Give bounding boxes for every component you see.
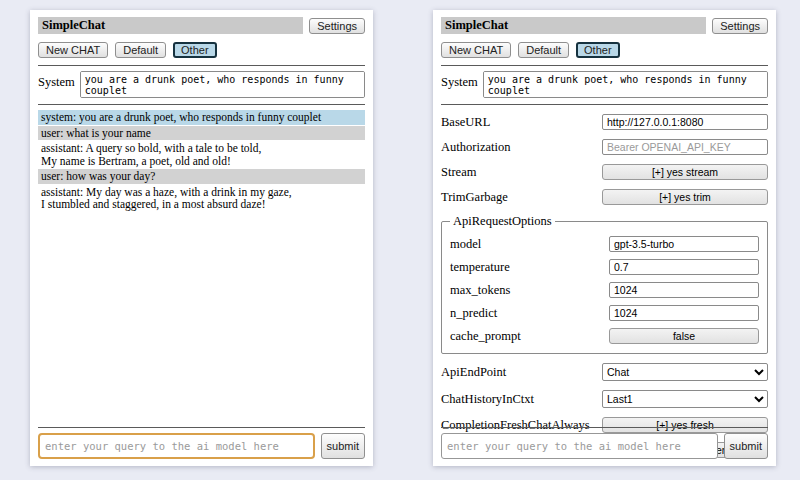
- setting-row-model: model: [450, 236, 759, 252]
- setting-row-max-tokens: max_tokens: [450, 282, 759, 298]
- submit-button[interactable]: submit: [321, 433, 365, 459]
- api-request-options-fieldset: ApiRequestOptions model temperature max_…: [441, 214, 768, 354]
- divider: [441, 65, 768, 66]
- chat-session-default-button[interactable]: Default: [115, 42, 166, 58]
- settings-button[interactable]: Settings: [712, 18, 768, 34]
- baseurl-input[interactable]: [602, 114, 768, 130]
- submit-button[interactable]: submit: [724, 433, 768, 459]
- chat-session-other-button[interactable]: Other: [173, 42, 217, 58]
- settings-button[interactable]: Settings: [309, 18, 365, 34]
- setting-row-baseurl: BaseURL: [441, 114, 768, 130]
- cache-prompt-toggle-button[interactable]: false: [609, 328, 759, 344]
- chat-message-assistant: assistant: My day was a haze, with a dri…: [38, 185, 365, 212]
- chat-session-buttons: New CHAT Default Other: [38, 42, 365, 58]
- query-row: submit: [441, 433, 768, 459]
- query-input[interactable]: [441, 433, 718, 459]
- app-title: SimpleChat: [441, 17, 706, 34]
- model-input[interactable]: [609, 236, 759, 252]
- max-tokens-input[interactable]: [609, 282, 759, 298]
- setting-row-cache-prompt: cache_prompt false: [450, 328, 759, 344]
- new-chat-button[interactable]: New CHAT: [38, 42, 108, 58]
- max-tokens-label: max_tokens: [450, 283, 510, 298]
- api-endpoint-select[interactable]: Chat: [602, 363, 768, 381]
- chat-message-user: user: how was your day?: [38, 169, 365, 184]
- system-prompt-input[interactable]: you are a drunk poet, who responds in fu…: [483, 71, 768, 98]
- divider: [38, 427, 365, 428]
- n-predict-input[interactable]: [609, 305, 759, 321]
- cache-prompt-label: cache_prompt: [450, 329, 521, 344]
- query-row: submit: [38, 433, 365, 459]
- trimgarbage-toggle-button[interactable]: [+] yes trim: [602, 189, 768, 205]
- chat-session-default-button[interactable]: Default: [518, 42, 569, 58]
- trimgarbage-label: TrimGarbage: [441, 190, 508, 205]
- chat-session-other-button[interactable]: Other: [576, 42, 620, 58]
- divider: [38, 104, 365, 105]
- setting-row-api-endpoint: ApiEndPoint Chat: [441, 363, 768, 381]
- settings-panel: SimpleChat Settings New CHAT Default Oth…: [433, 10, 776, 466]
- chat-message-user: user: what is your name: [38, 126, 365, 141]
- divider: [441, 427, 768, 428]
- api-request-options-legend: ApiRequestOptions: [450, 214, 555, 229]
- settings-list: BaseURL Authorization Stream [+] yes str…: [441, 114, 768, 458]
- query-area: submit: [38, 422, 365, 459]
- api-endpoint-label: ApiEndPoint: [441, 365, 506, 380]
- titlebar-row: SimpleChat Settings: [441, 17, 768, 34]
- setting-row-trimgarbage: TrimGarbage [+] yes trim: [441, 189, 768, 205]
- app-title: SimpleChat: [38, 17, 303, 34]
- titlebar-row: SimpleChat Settings: [38, 17, 365, 34]
- divider: [441, 104, 768, 105]
- system-label: System: [38, 71, 75, 90]
- baseurl-label: BaseURL: [441, 115, 490, 130]
- system-prompt-input[interactable]: you are a drunk poet, who responds in fu…: [80, 71, 365, 98]
- setting-row-stream: Stream [+] yes stream: [441, 164, 768, 180]
- chat-message-system: system: you are a drunk poet, who respon…: [38, 110, 365, 125]
- chat-message-list: system: you are a drunk poet, who respon…: [38, 110, 365, 212]
- chat-history-in-ctxt-select[interactable]: Last1: [602, 390, 768, 408]
- stream-label: Stream: [441, 165, 476, 180]
- setting-row-authorization: Authorization: [441, 139, 768, 155]
- chat-message-assistant: assistant: A query so bold, with a tale …: [38, 141, 365, 168]
- chat-session-buttons: New CHAT Default Other: [441, 42, 768, 58]
- system-label: System: [441, 71, 478, 90]
- chat-history-in-ctxt-label: ChatHistoryInCtxt: [441, 392, 534, 407]
- system-prompt-row: System you are a drunk poet, who respond…: [38, 71, 365, 98]
- stream-toggle-button[interactable]: [+] yes stream: [602, 164, 768, 180]
- temperature-input[interactable]: [609, 259, 759, 275]
- authorization-label: Authorization: [441, 140, 510, 155]
- new-chat-button[interactable]: New CHAT: [441, 42, 511, 58]
- query-input[interactable]: [38, 433, 315, 459]
- n-predict-label: n_predict: [450, 306, 497, 321]
- setting-row-n-predict: n_predict: [450, 305, 759, 321]
- temperature-label: temperature: [450, 260, 510, 275]
- authorization-input[interactable]: [602, 139, 768, 155]
- model-label: model: [450, 237, 481, 252]
- chat-panel: SimpleChat Settings New CHAT Default Oth…: [30, 10, 373, 466]
- system-prompt-row: System you are a drunk poet, who respond…: [441, 71, 768, 98]
- divider: [38, 65, 365, 66]
- query-area: submit: [441, 422, 768, 459]
- setting-row-chat-history-in-ctxt: ChatHistoryInCtxt Last1: [441, 390, 768, 408]
- setting-row-temperature: temperature: [450, 259, 759, 275]
